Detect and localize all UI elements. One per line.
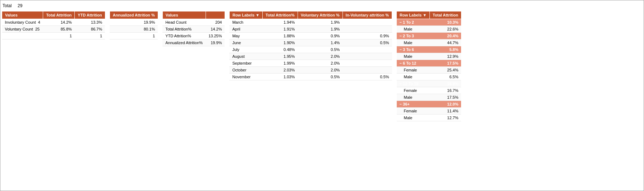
filter-icon2: ▼ xyxy=(423,13,427,17)
col-values2: Values xyxy=(162,11,206,19)
cell: 1.03% xyxy=(263,74,298,80)
cell: 1 xyxy=(75,33,105,39)
col-values: Values xyxy=(2,11,43,19)
cell: 19.9% xyxy=(206,39,225,46)
col-total-attrition: Total Attrition xyxy=(43,11,75,19)
cell: 1.90% xyxy=(263,39,298,46)
cell: 1.91% xyxy=(263,26,298,33)
cell: 2.0% xyxy=(298,67,342,74)
table-row: 1 1 xyxy=(2,33,105,39)
cell: June xyxy=(229,39,262,46)
table-row: August 1.95% 2.0% xyxy=(229,53,392,60)
cell xyxy=(342,46,392,53)
cell xyxy=(342,53,392,60)
cell: Male xyxy=(397,53,430,60)
cell: 0.5% xyxy=(298,46,342,53)
cell: 0.5% xyxy=(342,39,392,46)
col-row-labels2[interactable]: Row Labels ▼ xyxy=(397,11,430,19)
cell: 6.5% xyxy=(430,74,461,80)
monthly-attrition-table: Row Labels ▼ Total Attrition% Voluntary … xyxy=(229,11,392,80)
cell: 14.2% xyxy=(43,19,75,26)
cell: YTD Attrition% xyxy=(162,33,206,39)
table-row: Male 12.9% xyxy=(397,53,461,60)
cell: 14.2% xyxy=(206,26,225,33)
cell: 2.0% xyxy=(298,53,342,60)
group-label: − 36+ xyxy=(397,101,430,108)
cell: 1.94% xyxy=(263,19,298,26)
cell: March xyxy=(229,19,262,26)
col-voluntary-attrition: Voluntary Attrition % xyxy=(298,11,342,19)
cell: 16.7% xyxy=(430,87,461,94)
cell: Head Count xyxy=(162,19,206,26)
annualized-attrition-table: Annualized Attrition % 19.9% 80.1% 1 xyxy=(110,11,158,39)
table-row: Male 17.5% xyxy=(397,94,461,101)
table-row: June 1.90% 1.4% 0.5% xyxy=(229,39,392,46)
cell: 1.9% xyxy=(298,19,342,26)
cell: 0.9% xyxy=(298,33,342,39)
group-label: − 1 To 2 xyxy=(397,19,430,26)
cell: 11.4% xyxy=(430,108,461,115)
cell: Male xyxy=(397,115,430,121)
cell: 2.0% xyxy=(298,60,342,67)
cell: 1 xyxy=(43,33,75,39)
table-row: Voluntary Count 25 85.8% 86.7% xyxy=(2,26,105,33)
table-row: 19.9% xyxy=(110,19,158,26)
group-label: − 2 To 3 xyxy=(397,33,430,39)
group-label: − 12 To 18 xyxy=(397,80,430,87)
group-label: − 6 To 12 xyxy=(397,60,430,67)
cell: 13.25% xyxy=(206,33,225,39)
cell: August xyxy=(229,53,262,60)
cell: 80.1% xyxy=(110,26,158,33)
cell: Male xyxy=(397,94,430,101)
summary-table: Values Head Count 204 Total Attrition% 1… xyxy=(162,11,225,46)
cell: Voluntary Count 25 xyxy=(2,26,43,33)
table-row: Annualized Attrition% 19.9% xyxy=(162,39,225,46)
cell: 1 xyxy=(110,33,158,39)
cell: Total Attrition% xyxy=(162,26,206,33)
cell: 1.9% xyxy=(298,26,342,33)
table-row: November 1.03% 0.5% 0.5% xyxy=(229,74,392,80)
cell: 0.48% xyxy=(263,46,298,53)
cell: 204 xyxy=(206,19,225,26)
cell: 12.9% xyxy=(430,53,461,60)
cell: 44.7% xyxy=(430,39,461,46)
attrition-count-table: Values Total Attrition YTD Attrition Inv… xyxy=(2,11,105,39)
table-row: Female 25.4% xyxy=(397,67,461,74)
cell xyxy=(342,60,392,67)
cell: Male xyxy=(397,39,430,46)
table-row: Male 6.5% xyxy=(397,74,461,80)
total-label: Total xyxy=(3,3,12,8)
cell: October xyxy=(229,67,262,74)
page-wrapper: Total 29 Values Total Attrition YTD Attr… xyxy=(0,0,644,191)
cell: 25.4% xyxy=(430,67,461,74)
table-row: Male 44.7% xyxy=(397,39,461,46)
cell: 85.8% xyxy=(43,26,75,33)
total-value: 29 xyxy=(18,3,22,8)
top-total: Total 29 xyxy=(2,2,642,10)
filter-icon: ▼ xyxy=(256,13,259,17)
group-row: − 1 To 2 10.3% xyxy=(397,19,461,26)
col-row-labels[interactable]: Row Labels ▼ xyxy=(229,11,262,19)
cell: 17.5% xyxy=(430,94,461,101)
group-row: − 12 To 18 16.9% xyxy=(397,80,461,87)
table-row: Involuntary Count 4 14.2% 13.3% xyxy=(2,19,105,26)
group-value: 12.0% xyxy=(430,101,461,108)
cell xyxy=(342,67,392,74)
group-value: 16.9% xyxy=(430,80,461,87)
table-row: 80.1% xyxy=(110,26,158,33)
col-total-attrition2: Total Attrition xyxy=(430,11,461,19)
group-value: 10.3% xyxy=(430,19,461,26)
group-label: − 3 To 6 xyxy=(397,46,430,53)
cell: July xyxy=(229,46,262,53)
cell: Female xyxy=(397,67,430,74)
group-row: − 3 To 6 5.8% xyxy=(397,46,461,53)
cell: 0.5% xyxy=(298,74,342,80)
group-value: 20.4% xyxy=(430,33,461,39)
cell xyxy=(342,19,392,26)
cell: 1.95% xyxy=(263,53,298,60)
table-row: September 1.99% 2.0% xyxy=(229,60,392,67)
cell: 19.9% xyxy=(110,19,158,26)
cell: 13.3% xyxy=(75,19,105,26)
cell: Involuntary Count 4 xyxy=(2,19,43,26)
tables-row: Values Total Attrition YTD Attrition Inv… xyxy=(2,11,642,121)
